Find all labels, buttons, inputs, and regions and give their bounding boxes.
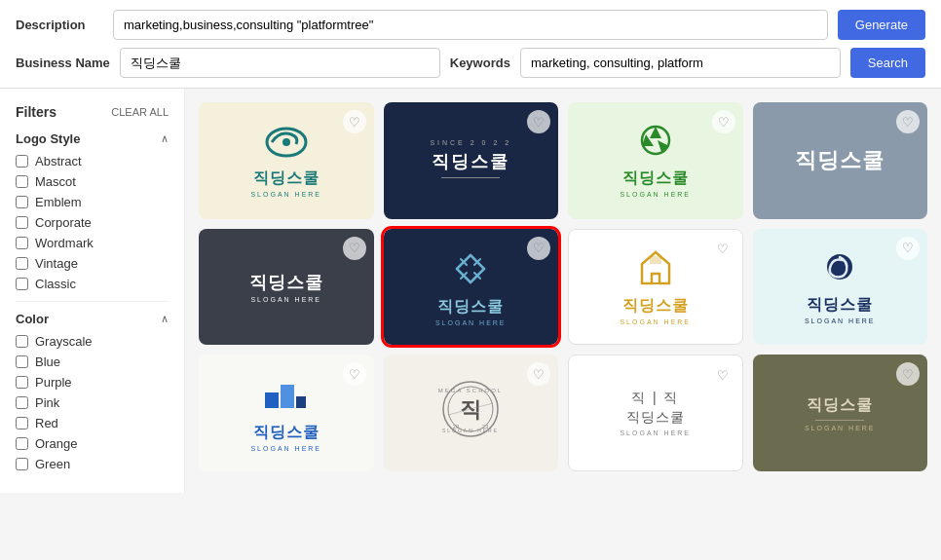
logo-card-5[interactable]: ♡ 직딩스쿨 SLOGAN HERE [199, 229, 374, 346]
clear-all-button[interactable]: CLEAR ALL [111, 106, 169, 118]
description-input[interactable] [113, 10, 828, 40]
card-title-8: 직딩스쿨 [805, 295, 876, 316]
card-slogan-5: SLOGAN HERE [249, 296, 323, 303]
color-red[interactable]: Red [16, 416, 169, 430]
search-button[interactable]: Search [850, 48, 925, 78]
card-text-2: SINCE 2 0 2 2 직딩스쿨 [430, 139, 511, 182]
style-vintage[interactable]: Vintage [16, 256, 169, 271]
svg-line-11 [465, 277, 470, 282]
card-text-4: 직딩스쿨 [795, 146, 885, 175]
business-name-label: Business Name [16, 56, 110, 70]
description-label: Description [16, 18, 103, 32]
favorite-button-6[interactable]: ♡ [527, 237, 550, 260]
svg-text:MEGA SCHOOL: MEGA SCHOOL [438, 388, 503, 393]
color-purple[interactable]: Purple [16, 375, 169, 390]
svg-rect-22 [265, 392, 279, 408]
svg-line-12 [457, 269, 463, 275]
style-classic[interactable]: Classic [16, 277, 169, 291]
svg-marker-4 [658, 140, 669, 152]
svg-line-8 [478, 263, 484, 269]
svg-rect-23 [281, 385, 294, 408]
logo-card-4[interactable]: ♡ 직딩스쿨 [753, 102, 928, 219]
logo-card-11[interactable]: ♡ 직 | 직 직딩스쿨 SLOGAN HERE [568, 355, 743, 471]
card-text-7: 직딩스쿨 SLOGAN HERE [620, 296, 691, 325]
logo-icon-1 [262, 123, 311, 165]
style-mascot[interactable]: Mascot [16, 174, 169, 189]
favorite-button-3[interactable]: ♡ [712, 110, 735, 133]
favorite-button-10[interactable]: ♡ [527, 362, 550, 386]
favorite-button-4[interactable]: ♡ [896, 110, 920, 133]
card-title-6: 직딩스쿨 [435, 297, 507, 317]
card-text-3: 직딩스쿨 SLOGAN HERE [620, 168, 691, 198]
card-title-5: 직딩스쿨 [249, 271, 323, 294]
logo-card-6[interactable]: ♡ [384, 229, 559, 346]
card-text-1: 직딩스쿨 SLOGAN HERE [250, 168, 321, 198]
logo-card-8[interactable]: ♡ 직딩스쿨 SLOGAN HERE [753, 229, 928, 346]
favorite-button-8[interactable]: ♡ [896, 237, 920, 260]
card-title-9: 직딩스쿨 [250, 423, 321, 443]
favorite-button-7[interactable]: ♡ [711, 238, 734, 261]
style-emblem[interactable]: Emblem [16, 195, 169, 209]
color-green[interactable]: Green [16, 457, 169, 471]
card-text-5: 직딩스쿨 SLOGAN HERE [249, 271, 323, 303]
style-abstract[interactable]: Abstract [16, 154, 169, 168]
card-slogan-12: SLOGAN HERE [805, 425, 876, 431]
logo-card-9[interactable]: ♡ 직딩스쿨 SLOGAN HERE [199, 355, 374, 471]
card-text-9: 직딩스쿨 SLOGAN HERE [250, 423, 321, 452]
svg-point-1 [282, 138, 290, 146]
svg-rect-24 [296, 396, 306, 408]
logo-icon-9 [261, 375, 312, 419]
favorite-button-1[interactable]: ♡ [343, 110, 366, 133]
sidebar: Filters CLEAR ALL Logo Style ∧ Abstract … [0, 89, 185, 493]
logo-card-1[interactable]: ♡ 직딩스쿨 SLOGAN HERE [199, 102, 374, 219]
card-title-11b: 직딩스쿨 [620, 409, 691, 427]
logo-icon-7 [632, 248, 679, 292]
logo-card-10[interactable]: ♡ MEGA SCHOOL 직 20 23 SLOGAN HERE [384, 355, 559, 471]
logo-card-3[interactable]: ♡ 직딩스쿨 SLOGAN HERE [568, 102, 743, 219]
color-chevron-icon[interactable]: ∧ [161, 313, 169, 325]
logo-style-section-title: Logo Style [16, 131, 80, 146]
card-slogan-9: SLOGAN HERE [250, 445, 321, 452]
logo-grid-area: ♡ 직딩스쿨 SLOGAN HERE ♡ SINCE 2 0 2 2 [185, 89, 941, 493]
keywords-input[interactable] [520, 48, 841, 78]
logo-icon-10: MEGA SCHOOL 직 20 23 SLOGAN HERE [436, 378, 505, 444]
color-orange[interactable]: Orange [16, 436, 169, 451]
color-filters: Grayscale Blue Purple Pink Red Orange Gr… [16, 334, 169, 471]
card-title-4: 직딩스쿨 [795, 146, 885, 175]
logo-card-2[interactable]: ♡ SINCE 2 0 2 2 직딩스쿨 [384, 102, 559, 219]
generate-button[interactable]: Generate [838, 10, 925, 40]
logo-icon-6 [444, 247, 497, 293]
card-text-8: 직딩스쿨 SLOGAN HERE [805, 295, 876, 324]
filters-title: Filters [16, 104, 56, 120]
card-title-2: 직딩스쿨 [430, 150, 511, 173]
logo-style-chevron-icon[interactable]: ∧ [161, 132, 169, 145]
card-title-1: 직딩스쿨 [250, 168, 321, 189]
card-slogan-3: SLOGAN HERE [620, 191, 691, 198]
color-pink[interactable]: Pink [16, 395, 169, 410]
card-title-7: 직딩스쿨 [620, 296, 691, 317]
color-grayscale[interactable]: Grayscale [16, 334, 169, 349]
logo-card-12[interactable]: ♡ 직딩스쿨 SLOGAN HERE [753, 355, 928, 471]
logo-card-7[interactable]: ♡ 직딩스쿨 SLOGAN HERE [568, 229, 743, 346]
card-title-3: 직딩스쿨 [620, 168, 691, 189]
card-slogan-6: SLOGAN HERE [435, 319, 507, 326]
favorite-button-11[interactable]: ♡ [711, 363, 734, 387]
style-wordmark[interactable]: Wordmark [16, 236, 169, 250]
svg-line-10 [470, 277, 476, 282]
favorite-button-9[interactable]: ♡ [343, 362, 366, 386]
keywords-label: Keywords [450, 56, 510, 70]
favorite-button-2[interactable]: ♡ [527, 110, 550, 133]
color-blue[interactable]: Blue [16, 355, 169, 369]
business-name-input[interactable] [120, 48, 440, 78]
svg-text:SLOGAN HERE: SLOGAN HERE [442, 428, 499, 433]
card-text-12: 직딩스쿨 SLOGAN HERE [805, 395, 876, 431]
color-section-title: Color [16, 312, 49, 326]
card-slogan-7: SLOGAN HERE [620, 318, 691, 325]
favorite-button-5[interactable]: ♡ [343, 237, 366, 260]
svg-rect-19 [650, 256, 661, 264]
style-corporate[interactable]: Corporate [16, 215, 169, 230]
card-slogan-8: SLOGAN HERE [805, 317, 876, 324]
card-slogan-11: SLOGAN HERE [620, 429, 691, 436]
favorite-button-12[interactable]: ♡ [896, 362, 920, 386]
card-text-6: 직딩스쿨 SLOGAN HERE [435, 297, 507, 326]
